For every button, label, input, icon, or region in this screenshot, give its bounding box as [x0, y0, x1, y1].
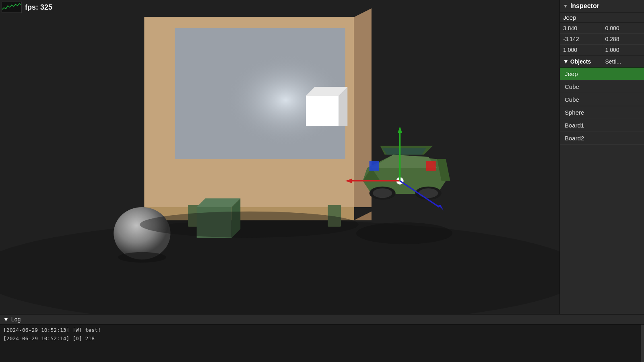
object-item-cube-2[interactable]: Cube	[560, 93, 644, 106]
log-scrollbar[interactable]	[641, 325, 644, 362]
object-item-cube-1[interactable]: Cube	[560, 80, 644, 93]
fps-graph	[2, 2, 22, 13]
objects-tab-triangle: ▼	[563, 58, 569, 65]
svg-rect-10	[306, 96, 339, 126]
log-line: [2024-06-29 10:52:13] [W] test!	[3, 326, 638, 335]
svg-point-37	[356, 222, 452, 244]
scene-svg	[0, 0, 559, 314]
log-content: [2024-06-29 10:52:13] [W] test![2024-06-…	[0, 325, 641, 362]
inspector-title: Inspector	[570, 2, 599, 10]
object-item-jeep-0[interactable]: Jeep	[560, 68, 644, 80]
inspector-transform: 3.840 0.000 -3.142 0.288 1.000 1.000	[560, 23, 644, 56]
right-panel: ▼ Inspector Jeep 3.840 0.000 -3.142 0.28…	[559, 0, 644, 314]
viewport[interactable]: fps: 325	[0, 0, 559, 314]
transform-r3c2: 1.000	[602, 45, 644, 56]
svg-rect-36	[426, 161, 436, 171]
svg-point-38	[140, 212, 359, 238]
transform-r2c2: 0.288	[602, 34, 644, 45]
svg-marker-20	[382, 148, 426, 154]
log-row: [2024-06-29 10:52:13] [W] test![2024-06-…	[0, 325, 644, 362]
tab-settings[interactable]: Setti...	[602, 56, 644, 67]
objects-settings-tabs: ▼ Objects Setti...	[560, 56, 644, 68]
object-item-board1-4[interactable]: Board1	[560, 119, 644, 132]
objects-tab-label: Objects	[570, 58, 591, 65]
inspector-object-name: Jeep	[560, 12, 644, 23]
log-area: ▼ Log [2024-06-29 10:52:13] [W] test![20…	[0, 314, 644, 362]
svg-point-26	[373, 188, 392, 198]
inspector-header: ▼ Inspector	[560, 0, 644, 12]
svg-point-17	[118, 252, 166, 263]
object-item-board2-5[interactable]: Board2	[560, 132, 644, 145]
log-header: ▼ Log	[0, 315, 644, 325]
svg-point-27	[419, 188, 438, 198]
inspector-collapse-icon[interactable]: ▼	[563, 3, 568, 9]
objects-list: JeepCubeCubeSphereBoard1Board2	[560, 68, 644, 314]
fps-label: fps: 325	[25, 3, 52, 12]
fps-counter: fps: 325	[2, 2, 52, 13]
log-line: [2024-06-29 10:52:14] [D] 218	[3, 335, 638, 343]
transform-r1c1: 3.840	[560, 23, 602, 34]
main-area: fps: 325	[0, 0, 644, 314]
svg-rect-35	[369, 161, 379, 171]
svg-point-16	[114, 207, 170, 259]
transform-r3c1: 1.000	[560, 45, 602, 56]
object-item-sphere-3[interactable]: Sphere	[560, 106, 644, 119]
transform-r2c1: -3.142	[560, 34, 602, 45]
log-title: Log	[11, 316, 21, 323]
log-collapse-icon[interactable]: ▼	[3, 316, 9, 323]
settings-tab-label: Setti...	[605, 58, 621, 65]
transform-r1c2: 0.000	[602, 23, 644, 34]
tab-objects[interactable]: ▼ Objects	[560, 56, 602, 67]
